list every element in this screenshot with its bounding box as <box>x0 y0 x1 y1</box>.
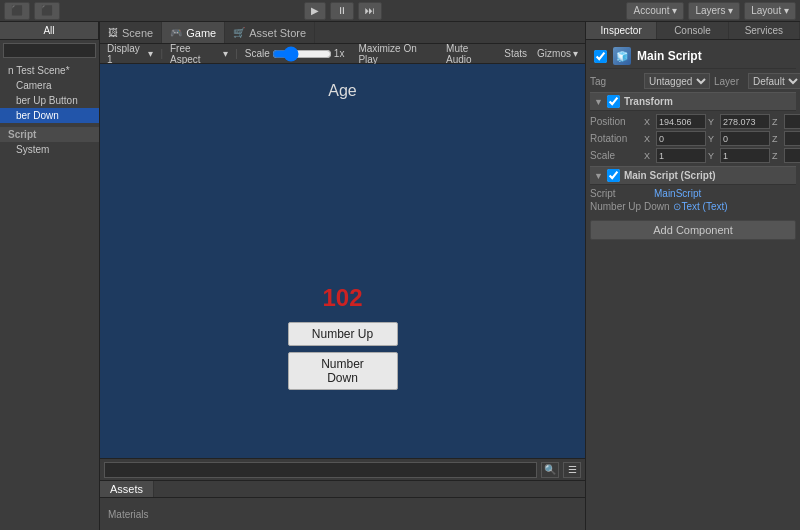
rotation-y-label: Y <box>708 134 718 144</box>
tag-select[interactable]: Untagged <box>644 73 710 89</box>
toolbar-btn-step[interactable]: ⏭ <box>358 2 382 20</box>
tab-console[interactable]: Console <box>657 22 728 39</box>
stats-btn[interactable]: Stats <box>501 48 530 59</box>
position-y-input[interactable] <box>720 114 770 129</box>
number-up-button[interactable]: Number Up <box>288 322 398 346</box>
assets-materials-item[interactable]: Materials <box>108 509 149 520</box>
toolbar-sep-2: | <box>235 48 238 59</box>
left-search-area <box>0 40 99 61</box>
asset-store-tab-icon: 🛒 <box>233 27 245 38</box>
scale-x-input[interactable] <box>656 148 706 163</box>
toolbar-btn-layers[interactable]: Layers ▾ <box>688 2 740 20</box>
tab-game[interactable]: 🎮 Game <box>162 22 225 43</box>
left-panel-tabs: All <box>0 22 99 40</box>
layer-label: Layer <box>714 76 744 87</box>
rotation-x-label: X <box>644 134 654 144</box>
hierarchy-search[interactable] <box>3 43 96 58</box>
position-label: Position <box>590 116 642 127</box>
system-item[interactable]: System <box>0 142 99 157</box>
game-buttons-container: Number Up Number Down <box>288 322 398 390</box>
left-panel: All n Test Scene* Camera ber Up Button b… <box>0 22 100 530</box>
main-script-enable-checkbox[interactable] <box>607 169 620 182</box>
tab-inspector[interactable]: Inspector <box>586 22 657 39</box>
tag-label: Tag <box>590 76 640 87</box>
rotation-z-input[interactable] <box>784 131 800 146</box>
number-down-item[interactable]: ber Down <box>0 108 99 123</box>
number-up-button-item[interactable]: ber Up Button <box>0 93 99 108</box>
assets-tab-assets[interactable]: Assets <box>100 481 154 497</box>
rotation-y-input[interactable] <box>720 131 770 146</box>
number-up-down-value[interactable]: ⊙Text (Text) <box>673 201 796 212</box>
scale-y-label: Y <box>708 151 718 161</box>
position-x-input[interactable] <box>656 114 706 129</box>
toolbar-btn-pause[interactable]: ⏸ <box>330 2 354 20</box>
filter-icon-btn[interactable]: ☰ <box>563 462 581 478</box>
script-field-row: Script MainScript <box>590 188 796 199</box>
position-x-label: X <box>644 117 654 127</box>
position-z-input[interactable] <box>784 114 800 129</box>
scene-root-item[interactable]: n Test Scene* <box>0 63 99 78</box>
scale-y-input[interactable] <box>720 148 770 163</box>
number-up-down-row: Number Up Down ⊙Text (Text) <box>590 201 796 212</box>
scale-slider[interactable] <box>272 49 332 59</box>
transform-arrow-icon: ▼ <box>594 97 603 107</box>
transform-section-header: ▼ Transform <box>590 92 796 111</box>
tab-scene[interactable]: 🖼 Scene <box>100 22 162 43</box>
scale-row: Scale X Y Z <box>590 148 796 163</box>
mute-audio-btn[interactable]: Mute Audio <box>443 43 497 65</box>
scale-z-input[interactable] <box>784 148 800 163</box>
rotation-x-input[interactable] <box>656 131 706 146</box>
toolbar-btn-rotate[interactable]: ⬛ <box>34 2 60 20</box>
toolbar-btn-move[interactable]: ⬛ <box>4 2 30 20</box>
hierarchy-items: n Test Scene* Camera ber Up Button ber D… <box>0 61 99 530</box>
aspect-selector[interactable]: Free Aspect ▾ <box>167 43 231 65</box>
asset-search-input[interactable] <box>104 462 537 478</box>
layer-select[interactable]: Default <box>748 73 800 89</box>
bottom-search-bar: 🔍 ☰ <box>100 458 585 480</box>
gizmos-btn[interactable]: Gizmos ▾ <box>534 48 581 59</box>
right-panel: Inspector Console Services 🧊 Main Script… <box>585 22 800 530</box>
number-down-button[interactable]: Number Down <box>288 352 398 390</box>
toolbar-btn-play[interactable]: ▶ <box>304 2 326 20</box>
tab-services[interactable]: Services <box>729 22 800 39</box>
center-area: 🖼 Scene 🎮 Game 🛒 Asset Store Display 1 ▾… <box>100 22 585 530</box>
main-script-section-title: Main Script (Script) <box>624 170 716 181</box>
assets-panel: Assets Materials <box>100 480 585 530</box>
script-field-value[interactable]: MainScript <box>654 188 796 199</box>
toolbar-btn-account[interactable]: Account ▾ <box>626 2 684 20</box>
object-name: Main Script <box>637 49 792 63</box>
game-number-display: 102 <box>322 284 362 312</box>
scale-x-label: X <box>644 151 654 161</box>
hierarchy-tab[interactable]: All <box>0 22 99 39</box>
maximize-on-play-btn[interactable]: Maximize On Play <box>355 43 439 65</box>
assets-tabs: Assets <box>100 481 585 498</box>
search-icon-btn[interactable]: 🔍 <box>541 462 559 478</box>
main-area: All n Test Scene* Camera ber Up Button b… <box>0 22 800 530</box>
scale-label: Scale <box>590 150 642 161</box>
game-toolbar: Display 1 ▾ | Free Aspect ▾ | Scale 1x M… <box>100 44 585 64</box>
gizmos-chevron-icon: ▾ <box>573 48 578 59</box>
main-script-arrow-icon: ▼ <box>594 171 603 181</box>
top-toolbar: ⬛ ⬛ ▶ ⏸ ⏭ Account ▾ Layers ▾ Layout ▾ <box>0 0 800 22</box>
position-y-label: Y <box>708 117 718 127</box>
transform-section-title: Transform <box>624 96 673 107</box>
rotation-label: Rotation <box>590 133 642 144</box>
position-z-label: Z <box>772 117 782 127</box>
position-row: Position X Y Z <box>590 114 796 129</box>
tab-asset-store[interactable]: 🛒 Asset Store <box>225 22 315 43</box>
scale-z-label: Z <box>772 151 782 161</box>
display-chevron-icon: ▾ <box>148 48 153 59</box>
inspector-object-header: 🧊 Main Script <box>590 44 796 69</box>
transform-enable-checkbox[interactable] <box>607 95 620 108</box>
toolbar-sep-1: | <box>160 48 163 59</box>
rotation-row: Rotation X Y Z <box>590 131 796 146</box>
object-active-checkbox[interactable] <box>594 50 607 63</box>
editor-tabs: 🖼 Scene 🎮 Game 🛒 Asset Store <box>100 22 585 44</box>
add-component-button[interactable]: Add Component <box>590 220 796 240</box>
display-selector[interactable]: Display 1 ▾ <box>104 43 156 65</box>
camera-item[interactable]: Camera <box>0 78 99 93</box>
game-canvas: Age 102 Number Up Number Down <box>100 64 585 458</box>
main-script-section-header: ▼ Main Script (Script) <box>590 166 796 185</box>
assets-content: Materials <box>100 498 585 530</box>
toolbar-btn-layout[interactable]: Layout ▾ <box>744 2 796 20</box>
